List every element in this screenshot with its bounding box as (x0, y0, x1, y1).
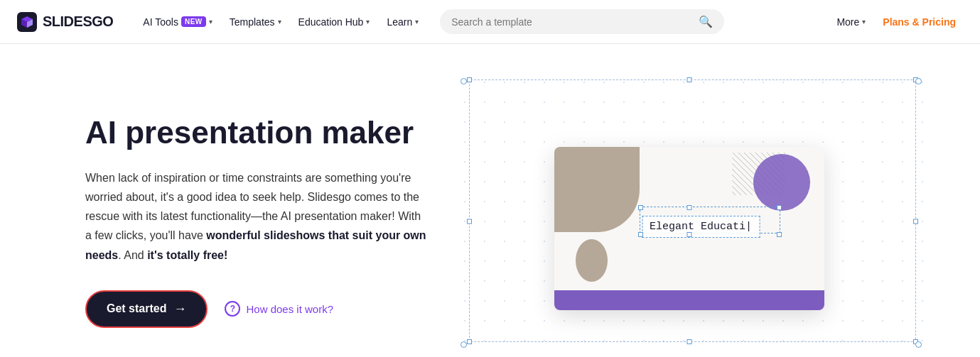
hero-left: AI presentation maker When lack of inspi… (85, 115, 455, 328)
tan-oval (576, 239, 608, 282)
handle-tm (686, 77, 691, 82)
get-started-button[interactable]: Get started → (85, 290, 208, 328)
text-handle-br (777, 232, 782, 237)
how-it-works-button[interactable]: ? How does it work? (225, 301, 333, 317)
nav-plans-pricing[interactable]: Plans & Pricing (876, 12, 963, 32)
arrow-icon: → (173, 302, 186, 317)
learn-chevron-icon: ▾ (415, 18, 419, 26)
text-handle-bm (686, 232, 691, 237)
search-input[interactable] (451, 16, 693, 28)
corner-circle-bl (461, 341, 467, 348)
more-chevron-icon: ▾ (862, 18, 866, 26)
slide-card-body: Elegant Educati| (554, 147, 824, 310)
new-badge: NEW (181, 16, 206, 27)
slide-card: Elegant Educati| (554, 147, 824, 310)
handle-lm (467, 219, 472, 224)
hero-description: When lack of inspiration or time constra… (85, 168, 426, 265)
nav-ai-tools[interactable]: AI Tools NEW ▾ (136, 12, 219, 32)
ai-tools-chevron-icon: ▾ (209, 18, 212, 26)
education-chevron-icon: ▾ (366, 18, 370, 26)
purple-circle (753, 154, 810, 211)
nav-right: More ▾ Plans & Pricing (829, 12, 963, 32)
text-handle-tl (638, 205, 643, 210)
hero-section: AI presentation maker When lack of inspi… (0, 44, 980, 357)
search-icon: 🔍 (699, 15, 713, 28)
purple-bar (554, 290, 824, 310)
corner-circle-br (915, 341, 922, 348)
search-bar: 🔍 (440, 9, 724, 34)
logo-icon (17, 12, 37, 32)
logo-text: SLIDESGO (43, 13, 113, 30)
hero-right: Elegant Educati| (455, 72, 923, 357)
handle-bm (686, 339, 691, 344)
handle-rm (913, 219, 918, 224)
hero-title: AI presentation maker (85, 115, 455, 151)
question-icon: ? (225, 301, 240, 317)
corner-circle-tr (915, 78, 922, 84)
nav-education-hub[interactable]: Education Hub ▾ (291, 12, 377, 32)
nav-learn[interactable]: Learn ▾ (379, 12, 426, 32)
text-handle-bl (638, 232, 643, 237)
slide-text-content: Elegant Educati| (650, 221, 752, 233)
nav-items: AI Tools NEW ▾ Templates ▾ Education Hub… (136, 12, 426, 32)
handle-bl (467, 339, 472, 344)
navbar: SLIDESGO AI Tools NEW ▾ Templates ▾ Educ… (0, 0, 980, 44)
hero-actions: Get started → ? How does it work? (85, 290, 455, 328)
logo[interactable]: SLIDESGO (17, 12, 113, 32)
slide-text-editing: Elegant Educati| (642, 216, 760, 238)
text-handle-tm (686, 205, 691, 210)
tan-shape (554, 147, 640, 232)
nav-more[interactable]: More ▾ (829, 12, 873, 32)
templates-chevron-icon: ▾ (278, 18, 281, 26)
handle-tl (467, 77, 472, 82)
corner-circle-tl (461, 78, 467, 84)
text-handle-tr (777, 205, 782, 210)
nav-templates[interactable]: Templates ▾ (222, 12, 289, 32)
